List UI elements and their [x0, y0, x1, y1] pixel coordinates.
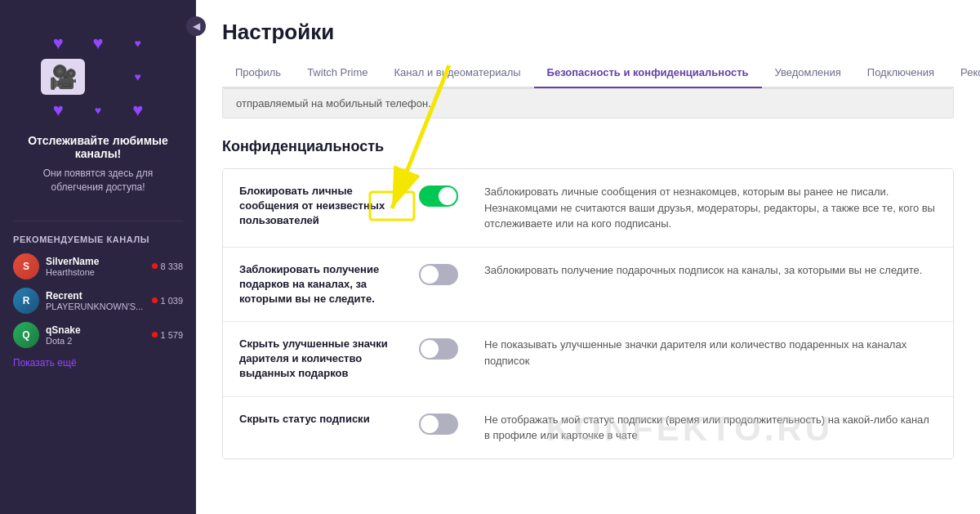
toggle-track-2[interactable] [419, 338, 458, 360]
channel-game: PLAYERUNKNOWN'S... [46, 302, 145, 311]
channel-viewers: 1 039 [152, 296, 183, 306]
channel-viewers: 1 579 [152, 330, 183, 340]
heart-icon-6: ♥ [81, 100, 116, 121]
nav-tab-уведомления[interactable]: Уведомления [762, 58, 854, 88]
page-title: Настройки [222, 20, 954, 45]
channel-item[interactable]: S SilverName Hearthstone 8 338 [13, 249, 183, 284]
recommended-channels-title: Рекомендуемые каналы [13, 228, 183, 249]
channel-info: Recrent PLAYERUNKNOWN'S... [46, 290, 145, 311]
channel-game: Hearthstone [46, 267, 145, 277]
channel-name: Recrent [46, 290, 145, 302]
channel-info: SilverName Hearthstone [46, 256, 145, 277]
settings-body: отправляемый на мобильный телефон. Конфи… [196, 88, 980, 514]
toggle-track-1[interactable] [419, 264, 458, 285]
toggle-3[interactable] [419, 413, 458, 435]
row-control-3[interactable] [419, 412, 484, 435]
row-label-0: Блокировать личные сообщения от неизвест… [239, 184, 419, 229]
settings-nav: ПрофильTwitch PrimeКанал и видеоматериал… [222, 58, 954, 88]
channel-info: qSnake Dota 2 [46, 324, 145, 346]
promo-subtitle: Они появятся здесь для облегчения доступ… [21, 167, 175, 194]
channel-item[interactable]: Q qSnake Dota 2 1 579 [13, 318, 183, 352]
viewer-count: 1 579 [160, 330, 183, 340]
toggle-1[interactable] [419, 264, 458, 285]
row-control-0[interactable] [419, 184, 484, 207]
channel-avatar: Q [13, 322, 39, 348]
show-more-link[interactable]: Показать ещё [13, 352, 183, 373]
heart-icon-4: ♥ [120, 59, 155, 95]
toggle-knob-3 [421, 415, 439, 433]
row-desc-2: Не показывать улучшенные значки дарителя… [484, 337, 937, 369]
sidebar-collapse-button[interactable]: ◀ [186, 16, 206, 36]
heart-icon-1: ♥ [41, 33, 76, 54]
promo-title: Отслеживайте любимые каналы! [21, 134, 175, 160]
nav-tab-профиль[interactable]: Профиль [222, 58, 294, 88]
viewer-count: 1 039 [160, 296, 183, 306]
settings-row: Скрыть статус подписки Не отображать мой… [223, 397, 953, 458]
main-content: Настройки ПрофильTwitch PrimeКанал и вид… [196, 0, 980, 514]
channel-game: Dota 2 [46, 336, 145, 346]
nav-tab-подключения[interactable]: Подключения [854, 58, 947, 88]
row-desc-0: Заблокировать личные сообщения от незнак… [484, 184, 937, 232]
toggle-knob-0 [439, 187, 457, 205]
channel-item[interactable]: R Recrent PLAYERUNKNOWN'S... 1 039 [13, 284, 183, 318]
nav-tab-безопасность-и-конфиденциальность[interactable]: Безопасность и конфиденциальность [534, 58, 762, 88]
channel-list: S SilverName Hearthstone 8 338 R Recrent… [13, 249, 183, 352]
sidebar-promo-section: ♥ ♥ ♥ 🎥 ♥ ♥ ♥ ♥ Отслеживайте любимые кан… [13, 16, 183, 214]
row-label-1: Заблокировать получение подарков на кана… [239, 262, 419, 307]
nav-tab-канал-и-видеоматериалы[interactable]: Канал и видеоматериалы [381, 58, 534, 88]
settings-row: Скрыть улучшенные значки дарителя и коли… [223, 322, 953, 397]
settings-row: Блокировать личные сообщения от неизвест… [223, 169, 953, 248]
row-label-3: Скрыть статус подписки [239, 412, 419, 427]
toggle-2[interactable] [419, 338, 458, 360]
heart-icon-7: ♥ [120, 100, 155, 121]
toggle-track-3[interactable] [419, 413, 458, 435]
row-desc-1: Заблокировать получение подарочных подпи… [484, 262, 937, 279]
heart-icon-2: ♥ [81, 33, 116, 54]
row-desc-3: Не отображать мой статус подписки (время… [484, 412, 937, 444]
live-indicator [152, 263, 158, 269]
toggle-knob-2 [421, 340, 439, 358]
viewer-count: 8 338 [160, 261, 183, 271]
live-indicator [152, 297, 158, 303]
toggle-track-0[interactable] [419, 185, 458, 207]
banner-text: отправляемый на мобильный телефон. [222, 88, 954, 118]
row-control-2[interactable] [419, 337, 484, 360]
settings-header: Настройки ПрофильTwitch PrimeКанал и вид… [196, 0, 980, 88]
nav-tab-twitch-prime[interactable]: Twitch Prime [294, 58, 381, 88]
toggle-knob-1 [421, 266, 439, 284]
camera-icon: 🎥 [41, 59, 85, 95]
channel-name: qSnake [46, 324, 145, 336]
promo-icons: ♥ ♥ ♥ 🎥 ♥ ♥ ♥ ♥ [41, 33, 155, 121]
nav-tab-рекомендации[interactable]: Рекомендации [947, 58, 980, 88]
channel-avatar: S [13, 253, 39, 279]
toggle-0[interactable] [419, 185, 458, 207]
heart-icon-3: ♥ [120, 33, 155, 54]
privacy-settings-table: Блокировать личные сообщения от неизвест… [222, 168, 954, 459]
channel-avatar: R [13, 288, 39, 314]
heart-icon-5: ♥ [41, 100, 76, 121]
channel-name: SilverName [46, 256, 145, 267]
privacy-section-title: Конфиденциальность [222, 138, 954, 155]
settings-row: Заблокировать получение подарков на кана… [223, 248, 953, 323]
channel-viewers: 8 338 [152, 261, 183, 271]
sidebar-divider [13, 221, 183, 221]
row-label-2: Скрыть улучшенные значки дарителя и коли… [239, 337, 419, 382]
row-control-1[interactable] [419, 262, 484, 285]
sidebar: ◀ ♥ ♥ ♥ 🎥 ♥ ♥ ♥ ♥ Отслеживайте любимые к… [0, 0, 196, 514]
live-indicator [152, 332, 158, 337]
